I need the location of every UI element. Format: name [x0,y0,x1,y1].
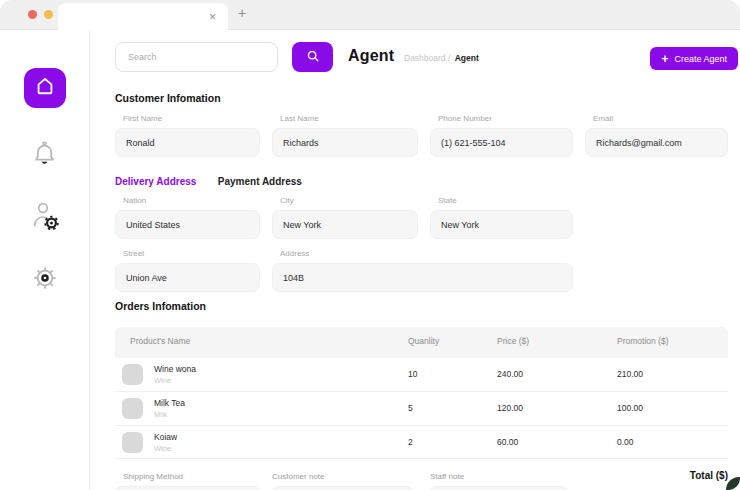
customer-section-title: Customer Infomation [115,92,221,104]
home-button[interactable] [24,68,66,108]
product-name: Koiaw [154,432,177,442]
price-value: 240.00 [497,369,523,379]
user-gear-icon [30,200,60,236]
nation-field[interactable]: United States [115,210,260,239]
quantity-value: 2 [408,437,413,447]
page-title: Agent [348,47,394,65]
col-quantity: Quanlity [408,336,439,346]
tab-close-icon[interactable]: × [209,11,216,23]
state-label: State [430,196,457,205]
sidebar-item-home[interactable] [0,68,89,108]
product-thumbnail [122,432,143,453]
staff-note-label: Staff note [430,472,464,481]
orders-section-title: Orders Infomation [115,300,206,312]
col-price: Price ($) [497,336,529,346]
search-icon [306,49,320,66]
product-category: Wine [154,444,171,453]
breadcrumb: Dashboard / Agent [404,53,479,63]
orders-table-header: Product's Name Quanlity Price ($) Promot… [115,327,728,358]
quantity-value: 5 [408,403,413,413]
create-agent-label: Create Agent [674,54,727,64]
product-category: Milk [154,410,167,419]
create-agent-button[interactable]: + Create Agent [650,47,738,70]
state-field[interactable]: New York [430,210,573,239]
price-value: 120.00 [497,403,523,413]
app-window: × + [0,0,740,490]
email-field[interactable]: Richards@gmail.com [585,128,728,157]
table-row[interactable]: Milk Tea Milk 5 120.00 100.00 [115,392,728,426]
total-label: Total ($) [690,470,728,481]
quantity-value: 10 [408,369,417,379]
plus-icon: + [661,53,668,65]
last-name-field[interactable]: Richards [272,128,418,157]
first-name-field[interactable]: Ronald [115,128,260,157]
address-tabs: Delivery Address Payment Address [115,171,302,189]
street-label: Street [115,249,144,258]
city-field[interactable]: New York [272,210,418,239]
street-field[interactable]: Union Ave [115,263,260,292]
first-name-label: First Name [115,114,162,123]
tab-delivery-address[interactable]: Delivery Address [115,176,196,187]
browser-chrome: × + [0,0,740,30]
promotion-value: 100.00 [617,403,643,413]
search-button[interactable] [292,42,333,72]
phone-number-label: Phone Number [430,114,492,123]
product-thumbnail [122,398,143,419]
city-label: City [272,196,294,205]
nation-label: Nation [115,196,146,205]
product-name: Wine wona [154,364,196,374]
gear-icon [31,264,59,296]
customer-note-field[interactable] [272,486,413,490]
breadcrumb-current: Agent [455,53,479,63]
table-row[interactable]: Koiaw Wine 2 60.00 0.00 [115,426,728,459]
browser-tab[interactable]: × [58,3,228,30]
close-window-button[interactable] [28,10,37,19]
customer-note-label: Customer note [272,472,324,481]
main-content: Agent Dashboard / Agent + Create Agent C… [90,30,740,490]
orders-table: Product's Name Quanlity Price ($) Promot… [115,327,728,459]
promotion-value: 210.00 [617,369,643,379]
sidebar [0,30,90,490]
sidebar-item-notifications[interactable] [0,140,89,172]
staff-note-field[interactable] [430,486,568,490]
product-category: Wine [154,376,171,385]
phone-number-field[interactable]: (1) 621-555-104 [430,128,573,157]
price-value: 60.00 [497,437,518,447]
tab-payment-address[interactable]: Payment Address [218,176,302,187]
sidebar-item-settings[interactable] [0,264,89,296]
shipping-method-label: Shipping Method [123,472,183,481]
email-label: Email [585,114,613,123]
address-label: Address [272,249,309,258]
last-name-label: Last Name [272,114,319,123]
col-promotion: Promotion ($) [617,336,669,346]
minimize-window-button[interactable] [44,10,53,19]
home-icon [34,75,56,101]
col-product-name: Product's Name [130,336,190,346]
breadcrumb-parent[interactable]: Dashboard / [404,53,450,63]
address-field[interactable]: 104B [272,263,573,292]
promotion-value: 0.00 [617,437,634,447]
new-tab-icon[interactable]: + [238,6,246,20]
product-thumbnail [122,364,143,385]
search-input[interactable] [115,42,278,72]
product-name: Milk Tea [154,398,185,408]
table-row[interactable]: Wine wona Wine 10 240.00 210.00 [115,358,728,392]
sidebar-item-agents[interactable] [0,200,89,236]
bell-icon [31,140,58,172]
shipping-method-field[interactable] [115,486,260,490]
